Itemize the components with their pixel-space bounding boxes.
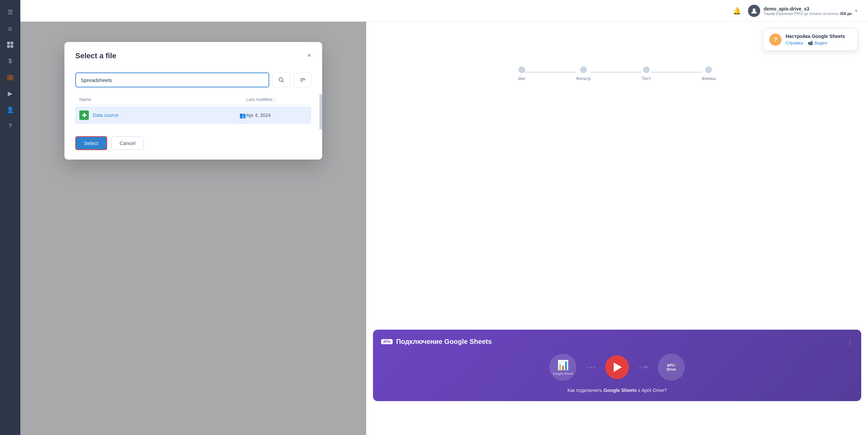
sheets-icon-box: 📊 Google Sheets	[549, 354, 576, 381]
sidebar-item-home[interactable]: ⌂	[3, 22, 17, 35]
main-content: 🔔 demo_apix-drive_s3 Тариф |Премиум PRO|…	[20, 0, 868, 435]
help-title: Настройка Google Sheets	[786, 34, 845, 39]
step-circle-3	[643, 66, 650, 73]
search-button[interactable]	[273, 72, 290, 87]
shared-icon: 👥	[239, 112, 246, 119]
step-circle-1	[518, 66, 525, 73]
modal-overlay: Select a file ×	[20, 22, 366, 435]
scroll-thumb[interactable]	[319, 94, 322, 129]
sidebar-item-menu[interactable]: ☰	[3, 5, 17, 19]
play-triangle-icon	[614, 362, 622, 372]
sidebar-item-briefcase[interactable]: 💼	[3, 70, 17, 84]
steps-progress: йки Фильтр Тест Финиш	[380, 66, 854, 81]
video-dots-icon[interactable]: ⋮	[847, 338, 853, 346]
sidebar-item-help[interactable]: ?	[3, 119, 17, 133]
step-3: Тест	[642, 66, 651, 81]
svg-line-6	[282, 81, 284, 83]
cancel-button[interactable]: Cancel	[111, 137, 144, 150]
step-2: Фильтр	[576, 66, 591, 81]
user-plan: Тариф |Премиум PRO| до оплаты осталось 3…	[764, 12, 852, 16]
step-circle-4	[705, 66, 712, 73]
sheets-icon-emoji: 📊	[557, 359, 569, 371]
user-info[interactable]: demo_apix-drive_s3 Тариф |Премиум PRO| д…	[748, 5, 857, 17]
right-panel: ? Настройка Google Sheets Справка 📹 Виде…	[366, 22, 868, 435]
sheets-icon-label: Google Sheets	[553, 372, 573, 375]
modal-body: Name Last modified ↓ ✚ Data source	[64, 67, 322, 129]
avatar	[748, 5, 760, 17]
help-link-video[interactable]: 📹 Видео	[808, 40, 827, 45]
left-panel: Select a file ×	[20, 22, 366, 435]
step-label-4: Финиш	[702, 76, 716, 81]
step-label-3: Тест	[642, 76, 651, 81]
modal-dialog: Select a file ×	[64, 42, 322, 160]
apix-logo: APIx	[381, 339, 393, 344]
sidebar: ☰ ⌂ $ 💼 ▶ 👤 ?	[0, 0, 20, 435]
user-name: demo_apix-drive_s3	[764, 6, 852, 12]
modal-header: Select a file ×	[64, 42, 322, 67]
user-details: demo_apix-drive_s3 Тариф |Премиум PRO| д…	[764, 6, 852, 16]
svg-rect-3	[11, 45, 13, 48]
help-tooltip: ? Настройка Google Sheets Справка 📹 Виде…	[763, 28, 858, 51]
help-content: Настройка Google Sheets Справка 📹 Видео	[786, 34, 845, 45]
play-button[interactable]	[605, 355, 629, 379]
help-links: Справка 📹 Видео	[786, 40, 845, 45]
step-label-2: Фильтр	[576, 76, 591, 81]
file-date: Apr 4, 2024	[246, 112, 307, 118]
svg-rect-1	[11, 42, 13, 44]
arrow-dashes-left: - - -	[587, 364, 595, 370]
sidebar-item-billing[interactable]: $	[3, 54, 17, 68]
file-list-header: Name Last modified ↓	[75, 94, 311, 105]
col-date-header: Last modified ↓	[246, 97, 307, 102]
step-circle-2	[580, 66, 587, 73]
svg-rect-2	[7, 45, 10, 48]
notification-bell[interactable]: 🔔	[733, 7, 741, 15]
sidebar-item-dashboard[interactable]	[3, 38, 17, 51]
step-line-2	[591, 72, 642, 72]
modal-title: Select a file	[75, 51, 311, 60]
search-row	[75, 72, 311, 87]
topbar: 🔔 demo_apix-drive_s3 Тариф |Премиум PRO|…	[20, 0, 868, 22]
step-label-1: йки	[518, 76, 525, 81]
step-line-1	[525, 72, 576, 72]
sidebar-item-youtube[interactable]: ▶	[3, 87, 17, 100]
video-center-area: 📊 Google Sheets - - - - ->	[381, 354, 853, 381]
chevron-down-icon[interactable]: ▾	[855, 8, 857, 13]
step-4: Финиш	[702, 66, 716, 81]
sheets-icon: ✚	[79, 110, 89, 120]
step-line-3	[651, 72, 702, 72]
svg-point-5	[279, 78, 283, 81]
video-card: APIx Подключение Google Sheets ⋮ 📊 Googl…	[373, 330, 861, 401]
apix-drive-logo: APIXDrive	[667, 363, 676, 371]
scroll-track	[319, 94, 322, 129]
help-link-docs[interactable]: Справка	[786, 40, 803, 45]
apix-drive-circle: APIXDrive	[658, 354, 685, 381]
video-card-header: APIx Подключение Google Sheets ⋮	[381, 338, 853, 346]
select-button[interactable]: Select	[75, 136, 107, 150]
topbar-right: 🔔 demo_apix-drive_s3 Тариф |Премиум PRO|…	[733, 5, 857, 17]
video-title: Подключение Google Sheets	[396, 338, 844, 346]
sidebar-item-user[interactable]: 👤	[3, 103, 17, 117]
svg-point-4	[753, 8, 755, 11]
svg-rect-0	[7, 42, 10, 44]
sort-button[interactable]	[294, 72, 311, 87]
search-input[interactable]	[75, 72, 269, 87]
modal-footer: Select Cancel	[64, 129, 322, 160]
file-item[interactable]: ✚ Data source 👥 Apr 4, 2024	[75, 106, 311, 124]
page-body: Select a file ×	[20, 22, 868, 435]
sort-arrow-icon[interactable]: ↓	[274, 98, 276, 102]
close-button[interactable]: ×	[307, 51, 311, 59]
help-icon: ?	[769, 34, 782, 46]
video-subtitle: Как подключить Google Sheets к ApiX-Driv…	[381, 388, 853, 393]
col-name-header: Name	[79, 97, 246, 102]
arrow-dashes-right: - ->	[639, 364, 647, 370]
step-1: йки	[518, 66, 525, 81]
file-name: Data source	[93, 112, 237, 118]
video-play-icon: 📹	[808, 40, 813, 45]
